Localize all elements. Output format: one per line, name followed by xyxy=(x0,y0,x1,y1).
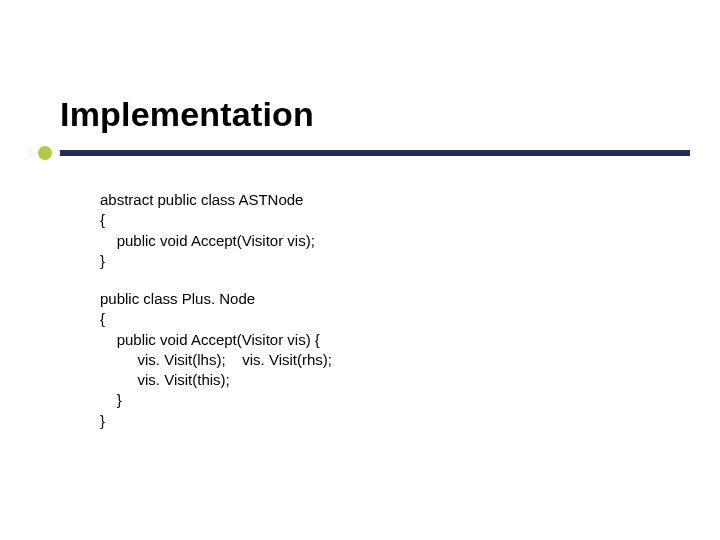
bullet-dot xyxy=(30,138,60,168)
code-block-plusnode: public class Plus. Node { public void Ac… xyxy=(100,289,332,431)
slide-content: abstract public class ASTNode { public v… xyxy=(100,190,332,431)
code-block-astnode: abstract public class ASTNode { public v… xyxy=(100,190,332,271)
slide-title: Implementation xyxy=(60,95,314,134)
slide: Implementation abstract public class AST… xyxy=(0,0,720,540)
bullet-dot-inner xyxy=(38,146,52,160)
title-underline xyxy=(30,150,690,156)
